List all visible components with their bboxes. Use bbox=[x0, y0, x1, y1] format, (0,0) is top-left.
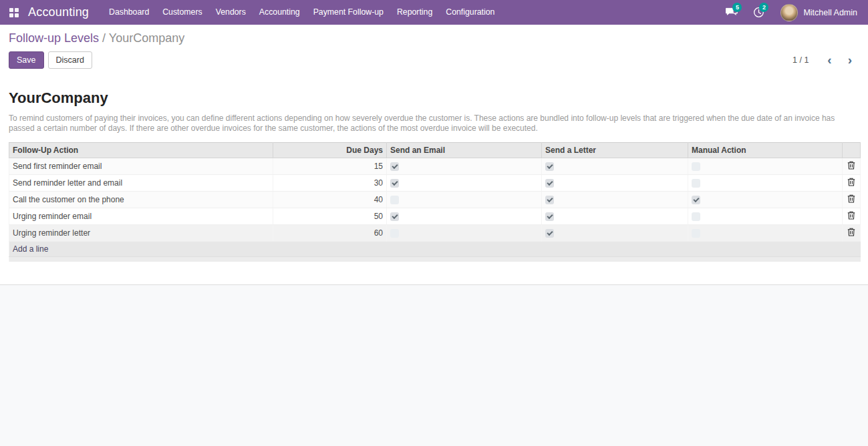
cell-follow-up-action[interactable]: Urging reminder email bbox=[9, 208, 273, 225]
cell-manual-action bbox=[688, 175, 843, 192]
messages-badge: 5 bbox=[732, 3, 742, 12]
cell-send-an-email bbox=[387, 158, 542, 175]
nav-item-customers[interactable]: Customers bbox=[156, 0, 208, 25]
breadcrumb-link-followup-levels[interactable]: Follow-up Levels bbox=[9, 31, 99, 45]
nav-menu: DashboardCustomersVendorsAccountingPayme… bbox=[102, 0, 501, 25]
user-name: Mitchell Admin bbox=[803, 8, 857, 17]
column-header-send-a-letter[interactable]: Send a Letter bbox=[542, 143, 688, 158]
delete-row-button[interactable] bbox=[847, 178, 855, 186]
cell-send-an-email bbox=[387, 225, 542, 242]
apps-grid-icon bbox=[9, 8, 19, 17]
cell-send-a-letter bbox=[542, 208, 688, 225]
cell-send-a-letter bbox=[542, 175, 688, 192]
cell-delete bbox=[843, 158, 861, 175]
page-background bbox=[0, 285, 868, 446]
cell-follow-up-action[interactable]: Call the customer on the phone bbox=[9, 192, 273, 208]
activities-badge: 2 bbox=[759, 3, 768, 12]
checkbox-manual-action[interactable] bbox=[692, 196, 700, 204]
cell-follow-up-action[interactable]: Send first reminder email bbox=[9, 158, 273, 175]
checkbox-send-an-email[interactable] bbox=[390, 196, 399, 204]
checkbox-manual-action[interactable] bbox=[692, 179, 700, 188]
cell-send-an-email bbox=[387, 192, 542, 208]
checkbox-send-an-email[interactable] bbox=[390, 212, 399, 221]
nav-item-reporting[interactable]: Reporting bbox=[390, 0, 439, 25]
apps-menu-button[interactable] bbox=[7, 5, 21, 20]
nav-item-accounting[interactable]: Accounting bbox=[253, 0, 307, 25]
cell-send-a-letter bbox=[542, 225, 688, 242]
delete-row-button[interactable] bbox=[847, 228, 855, 236]
cell-send-an-email bbox=[387, 175, 542, 192]
cell-due-days[interactable]: 40 bbox=[273, 192, 387, 208]
cell-send-a-letter bbox=[542, 192, 688, 208]
add-line-row[interactable]: Add a line bbox=[9, 242, 861, 257]
checkbox-send-an-email[interactable] bbox=[390, 162, 399, 171]
nav-item-vendors[interactable]: Vendors bbox=[209, 0, 253, 25]
checkbox-send-an-email[interactable] bbox=[390, 229, 399, 238]
add-line-link[interactable]: Add a line bbox=[13, 244, 48, 254]
column-header-due-days[interactable]: Due Days bbox=[273, 143, 387, 158]
table-row[interactable]: Urging reminder letter60 bbox=[9, 225, 861, 242]
cell-delete bbox=[843, 225, 861, 242]
delete-row-button[interactable] bbox=[847, 211, 855, 220]
chevron-left-icon: ‹ bbox=[827, 53, 831, 67]
column-header-send-an-email[interactable]: Send an Email bbox=[387, 143, 542, 158]
cell-due-days[interactable]: 60 bbox=[273, 225, 387, 242]
delete-row-button[interactable] bbox=[847, 161, 855, 170]
cell-due-days[interactable]: 50 bbox=[273, 208, 387, 225]
followup-table-body: Send first reminder email15Send reminder… bbox=[9, 158, 861, 242]
user-menu[interactable]: Mitchell Admin bbox=[774, 4, 860, 21]
messages-button[interactable]: 5 bbox=[720, 0, 743, 25]
cell-manual-action bbox=[688, 192, 843, 208]
checkbox-send-a-letter[interactable] bbox=[545, 179, 554, 188]
breadcrumb: Follow-up Levels / YourCompany bbox=[9, 31, 859, 45]
breadcrumb-current: YourCompany bbox=[109, 31, 184, 45]
page-description: To remind customers of paying their invo… bbox=[9, 114, 860, 134]
nav-item-configuration[interactable]: Configuration bbox=[439, 0, 501, 25]
cell-due-days[interactable]: 30 bbox=[273, 175, 387, 192]
form-sheet: YourCompany To remind customers of payin… bbox=[0, 75, 868, 285]
page-title: YourCompany bbox=[9, 89, 860, 107]
nav-item-payment-follow-up[interactable]: Payment Follow-up bbox=[307, 0, 390, 25]
table-row[interactable]: Call the customer on the phone40 bbox=[9, 192, 861, 208]
pager-counter: 1 / 1 bbox=[792, 55, 809, 65]
followup-levels-table: Follow-Up ActionDue DaysSend an EmailSen… bbox=[9, 142, 861, 262]
checkbox-send-a-letter[interactable] bbox=[545, 196, 554, 204]
top-navbar: Accounting DashboardCustomersVendorsAcco… bbox=[0, 0, 868, 25]
cell-delete bbox=[843, 175, 861, 192]
pager-previous-button[interactable]: ‹ bbox=[821, 55, 838, 65]
navbar-right: 5 2 Mitchell Admin bbox=[720, 0, 860, 25]
discard-button[interactable]: Discard bbox=[48, 51, 92, 69]
table-row[interactable]: Send first reminder email15 bbox=[9, 158, 861, 175]
cell-manual-action bbox=[688, 225, 843, 242]
control-panel: Follow-up Levels / YourCompany Save Disc… bbox=[0, 25, 868, 75]
checkbox-send-an-email[interactable] bbox=[390, 179, 399, 188]
avatar bbox=[780, 4, 798, 21]
table-row[interactable]: Urging reminder email50 bbox=[9, 208, 861, 225]
nav-item-dashboard[interactable]: Dashboard bbox=[102, 0, 156, 25]
column-header-follow-up-action[interactable]: Follow-Up Action bbox=[9, 143, 273, 158]
cell-delete bbox=[843, 192, 861, 208]
checkbox-send-a-letter[interactable] bbox=[545, 212, 554, 221]
app-brand-title[interactable]: Accounting bbox=[28, 5, 89, 19]
checkbox-manual-action[interactable] bbox=[692, 229, 700, 238]
breadcrumb-separator: / bbox=[102, 31, 109, 45]
cell-follow-up-action[interactable]: Urging reminder letter bbox=[9, 225, 273, 242]
table-footer-strip bbox=[9, 257, 861, 262]
pager: 1 / 1 ‹ › bbox=[792, 55, 859, 65]
activities-button[interactable]: 2 bbox=[747, 0, 770, 25]
checkbox-send-a-letter[interactable] bbox=[545, 229, 554, 238]
chevron-right-icon: › bbox=[848, 53, 852, 67]
cell-manual-action bbox=[688, 208, 843, 225]
cell-follow-up-action[interactable]: Send reminder letter and email bbox=[9, 175, 273, 192]
delete-row-button[interactable] bbox=[847, 194, 855, 203]
table-header: Follow-Up ActionDue DaysSend an EmailSen… bbox=[9, 143, 861, 158]
pager-next-button[interactable]: › bbox=[841, 55, 859, 65]
checkbox-send-a-letter[interactable] bbox=[545, 162, 554, 171]
cell-send-a-letter bbox=[542, 158, 688, 175]
save-button[interactable]: Save bbox=[9, 51, 44, 69]
cell-due-days[interactable]: 15 bbox=[273, 158, 387, 175]
checkbox-manual-action[interactable] bbox=[692, 212, 700, 221]
column-header-manual-action[interactable]: Manual Action bbox=[688, 143, 843, 158]
table-row[interactable]: Send reminder letter and email30 bbox=[9, 175, 861, 192]
checkbox-manual-action[interactable] bbox=[692, 162, 700, 171]
